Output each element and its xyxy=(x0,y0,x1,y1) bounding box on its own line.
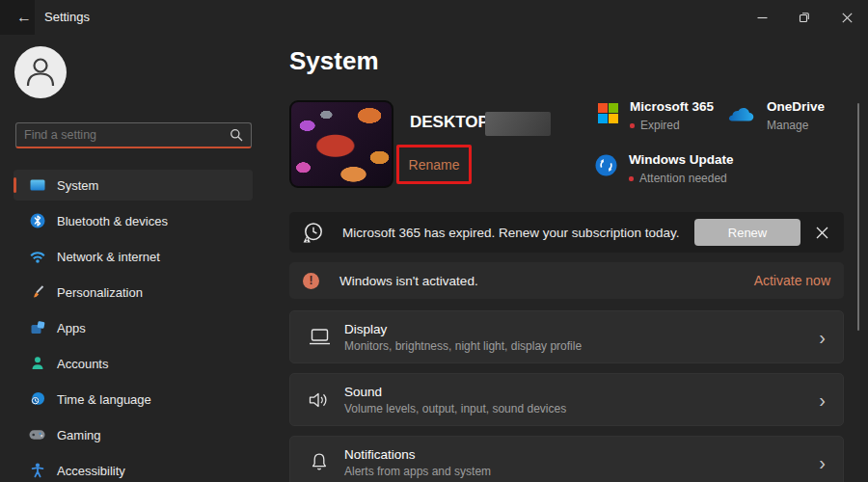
quick-card-title: Windows Update xyxy=(629,152,734,168)
clock-globe-icon xyxy=(29,391,45,408)
back-arrow-icon: ← xyxy=(16,9,32,26)
sidebar-item-system[interactable]: System xyxy=(14,170,253,201)
activation-notice: ! Windows isn't activated. Activate now xyxy=(289,262,844,299)
device-name-redaction xyxy=(485,112,551,136)
card-title: Sound xyxy=(344,385,566,399)
close-button[interactable] xyxy=(826,0,868,35)
sidebar-item-bluetooth[interactable]: Bluetooth & devices xyxy=(14,205,253,236)
quick-card-windows-update[interactable]: Windows Update Attention needed xyxy=(595,152,734,185)
sidebar-item-personalization[interactable]: Personalization xyxy=(14,277,253,308)
restore-icon xyxy=(799,12,810,23)
card-notifications[interactable]: Notifications Alerts from apps and syste… xyxy=(289,436,844,482)
activate-now-link[interactable]: Activate now xyxy=(754,273,830,288)
microsoft-logo-icon xyxy=(598,103,618,123)
warning-info-icon: ! xyxy=(303,273,319,289)
quick-card-status: Expired xyxy=(640,119,680,132)
sidebar-item-time-language[interactable]: Time & language xyxy=(14,384,253,415)
card-sound[interactable]: Sound Volume levels, output, input, soun… xyxy=(289,373,844,426)
system-icon xyxy=(29,177,45,194)
sidebar-item-label: Network & internet xyxy=(57,250,160,264)
accounts-icon xyxy=(29,356,45,372)
sidebar-item-accounts[interactable]: Accounts xyxy=(14,348,253,379)
card-title: Notifications xyxy=(344,447,491,462)
activation-message: Windows isn't activated. xyxy=(339,274,478,288)
sidebar-item-label: Time & language xyxy=(57,392,151,407)
app-title: Settings xyxy=(44,10,90,24)
sidebar-item-label: Personalization xyxy=(57,285,143,300)
renew-button[interactable]: Renew xyxy=(694,219,800,246)
minimize-icon xyxy=(757,13,768,23)
sidebar-item-label: Gaming xyxy=(57,428,101,442)
sidebar-item-accessibility[interactable]: Accessibility xyxy=(14,455,253,482)
sidebar-item-label: Accessibility xyxy=(57,464,125,478)
search-icon xyxy=(230,128,243,142)
accessibility-icon xyxy=(29,463,45,479)
restore-button[interactable] xyxy=(783,0,826,35)
wifi-icon xyxy=(29,249,45,265)
bluetooth-icon xyxy=(29,213,45,229)
card-title: Display xyxy=(344,322,582,336)
alarm-warning-icon xyxy=(301,221,325,245)
quick-card-status: Attention needed xyxy=(639,172,727,185)
device-name: DESKTOP- xyxy=(410,113,495,132)
sidebar-item-label: System xyxy=(57,178,98,193)
sound-icon xyxy=(308,390,331,410)
chevron-right-icon: › xyxy=(819,390,826,410)
quick-card-onedrive[interactable]: OneDrive Manage xyxy=(725,99,825,132)
sidebar-nav: System Bluetooth & devices Network & int… xyxy=(14,170,253,482)
avatar[interactable] xyxy=(14,46,67,98)
sidebar-item-label: Accounts xyxy=(57,357,108,371)
scrollbar-thumb[interactable] xyxy=(857,103,859,331)
display-icon xyxy=(308,328,331,347)
rename-highlight-box: Rename xyxy=(396,145,472,184)
sidebar-item-apps[interactable]: Apps xyxy=(14,312,253,343)
back-button[interactable]: ← xyxy=(10,4,39,31)
ms365-expired-banner: Microsoft 365 has expired. Renew your su… xyxy=(289,212,844,253)
search-input[interactable] xyxy=(24,128,230,142)
sidebar-item-network[interactable]: Network & internet xyxy=(14,241,253,272)
minimize-button[interactable] xyxy=(741,0,783,35)
card-subtitle: Volume levels, output, input, sound devi… xyxy=(344,402,566,415)
close-icon xyxy=(816,227,828,239)
quick-card-microsoft365[interactable]: Microsoft 365 Expired xyxy=(598,99,714,132)
device-wallpaper-thumbnail xyxy=(289,100,393,188)
banner-message: Microsoft 365 has expired. Renew your su… xyxy=(342,226,679,240)
alert-dot xyxy=(629,176,634,181)
chevron-right-icon: › xyxy=(819,453,826,472)
search-box[interactable] xyxy=(15,122,252,148)
page-title: System xyxy=(289,46,379,76)
quick-card-title: Microsoft 365 xyxy=(630,99,714,115)
quick-card-status: Manage xyxy=(767,119,808,132)
gamepad-icon xyxy=(29,427,45,443)
settings-window: ← Settings xyxy=(0,0,868,482)
onedrive-icon xyxy=(725,105,755,127)
windows-update-icon xyxy=(595,154,617,180)
card-display[interactable]: Display Monitors, brightness, night ligh… xyxy=(289,310,844,363)
window-controls xyxy=(741,0,868,35)
close-icon xyxy=(842,13,853,23)
sidebar-item-label: Bluetooth & devices xyxy=(57,214,168,228)
bell-icon xyxy=(308,453,331,472)
sidebar-item-gaming[interactable]: Gaming xyxy=(14,419,253,450)
sidebar-item-label: Apps xyxy=(57,321,86,335)
quick-card-title: OneDrive xyxy=(767,99,825,115)
apps-icon xyxy=(29,320,45,336)
alert-dot xyxy=(630,123,635,128)
person-icon xyxy=(14,46,67,98)
banner-close-button[interactable] xyxy=(816,227,828,239)
brush-icon xyxy=(29,284,45,301)
card-subtitle: Alerts from apps and system xyxy=(344,465,491,478)
card-subtitle: Monitors, brightness, night light, displ… xyxy=(344,339,582,353)
chevron-right-icon: › xyxy=(819,328,826,347)
rename-link[interactable]: Rename xyxy=(409,157,460,173)
